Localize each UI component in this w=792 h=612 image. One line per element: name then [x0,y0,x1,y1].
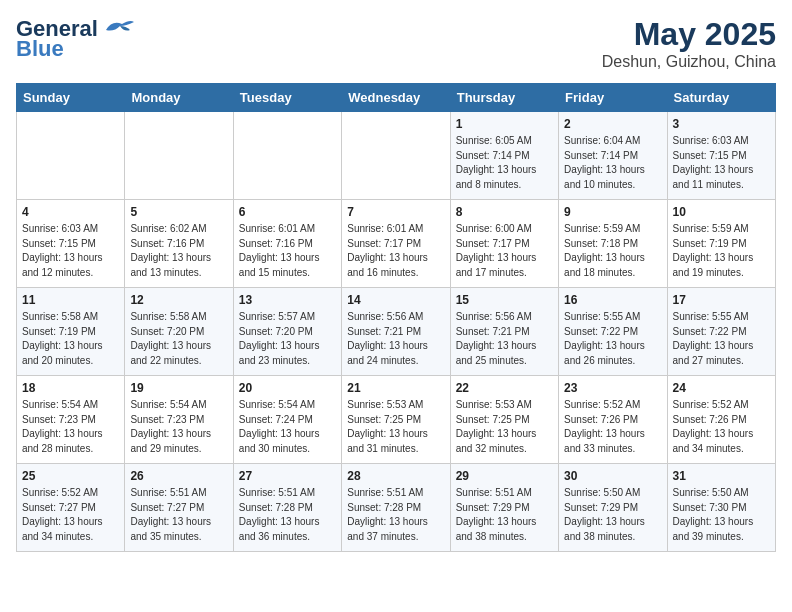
day-number: 15 [456,293,553,307]
day-number: 3 [673,117,770,131]
calendar-week-row: 18Sunrise: 5:54 AMSunset: 7:23 PMDayligh… [17,376,776,464]
calendar-cell: 8Sunrise: 6:00 AMSunset: 7:17 PMDaylight… [450,200,558,288]
calendar-cell: 20Sunrise: 5:54 AMSunset: 7:24 PMDayligh… [233,376,341,464]
day-number: 16 [564,293,661,307]
day-info: Sunrise: 6:02 AMSunset: 7:16 PMDaylight:… [130,222,227,280]
calendar-cell: 30Sunrise: 5:50 AMSunset: 7:29 PMDayligh… [559,464,667,552]
day-number: 8 [456,205,553,219]
calendar-cell: 11Sunrise: 5:58 AMSunset: 7:19 PMDayligh… [17,288,125,376]
day-number: 21 [347,381,444,395]
day-number: 25 [22,469,119,483]
calendar-cell [125,112,233,200]
day-info: Sunrise: 5:51 AMSunset: 7:27 PMDaylight:… [130,486,227,544]
day-number: 7 [347,205,444,219]
day-info: Sunrise: 6:01 AMSunset: 7:16 PMDaylight:… [239,222,336,280]
calendar-cell: 6Sunrise: 6:01 AMSunset: 7:16 PMDaylight… [233,200,341,288]
day-number: 1 [456,117,553,131]
day-info: Sunrise: 6:01 AMSunset: 7:17 PMDaylight:… [347,222,444,280]
day-number: 18 [22,381,119,395]
page-header: General Blue May 2025 Deshun, Guizhou, C… [16,16,776,71]
calendar-cell: 9Sunrise: 5:59 AMSunset: 7:18 PMDaylight… [559,200,667,288]
calendar-cell: 5Sunrise: 6:02 AMSunset: 7:16 PMDaylight… [125,200,233,288]
day-info: Sunrise: 5:50 AMSunset: 7:30 PMDaylight:… [673,486,770,544]
logo-bird-icon [102,18,134,40]
calendar-cell: 3Sunrise: 6:03 AMSunset: 7:15 PMDaylight… [667,112,775,200]
calendar-cell: 25Sunrise: 5:52 AMSunset: 7:27 PMDayligh… [17,464,125,552]
day-info: Sunrise: 5:51 AMSunset: 7:28 PMDaylight:… [347,486,444,544]
day-number: 28 [347,469,444,483]
day-header-friday: Friday [559,84,667,112]
day-number: 27 [239,469,336,483]
calendar-cell: 23Sunrise: 5:52 AMSunset: 7:26 PMDayligh… [559,376,667,464]
day-header-saturday: Saturday [667,84,775,112]
day-info: Sunrise: 5:54 AMSunset: 7:23 PMDaylight:… [22,398,119,456]
day-info: Sunrise: 5:52 AMSunset: 7:26 PMDaylight:… [673,398,770,456]
day-info: Sunrise: 5:59 AMSunset: 7:18 PMDaylight:… [564,222,661,280]
day-number: 19 [130,381,227,395]
day-info: Sunrise: 5:56 AMSunset: 7:21 PMDaylight:… [347,310,444,368]
day-number: 2 [564,117,661,131]
day-number: 11 [22,293,119,307]
day-info: Sunrise: 6:00 AMSunset: 7:17 PMDaylight:… [456,222,553,280]
day-header-thursday: Thursday [450,84,558,112]
calendar-cell: 26Sunrise: 5:51 AMSunset: 7:27 PMDayligh… [125,464,233,552]
calendar-cell: 22Sunrise: 5:53 AMSunset: 7:25 PMDayligh… [450,376,558,464]
day-info: Sunrise: 6:03 AMSunset: 7:15 PMDaylight:… [22,222,119,280]
day-number: 17 [673,293,770,307]
day-info: Sunrise: 5:58 AMSunset: 7:20 PMDaylight:… [130,310,227,368]
day-header-wednesday: Wednesday [342,84,450,112]
day-info: Sunrise: 5:52 AMSunset: 7:27 PMDaylight:… [22,486,119,544]
day-number: 10 [673,205,770,219]
day-info: Sunrise: 5:57 AMSunset: 7:20 PMDaylight:… [239,310,336,368]
calendar-cell [342,112,450,200]
calendar-cell: 12Sunrise: 5:58 AMSunset: 7:20 PMDayligh… [125,288,233,376]
day-number: 14 [347,293,444,307]
day-info: Sunrise: 5:51 AMSunset: 7:28 PMDaylight:… [239,486,336,544]
day-number: 22 [456,381,553,395]
day-header-tuesday: Tuesday [233,84,341,112]
calendar-cell: 15Sunrise: 5:56 AMSunset: 7:21 PMDayligh… [450,288,558,376]
day-number: 26 [130,469,227,483]
calendar-cell: 27Sunrise: 5:51 AMSunset: 7:28 PMDayligh… [233,464,341,552]
day-info: Sunrise: 5:58 AMSunset: 7:19 PMDaylight:… [22,310,119,368]
day-info: Sunrise: 6:04 AMSunset: 7:14 PMDaylight:… [564,134,661,192]
calendar-cell: 4Sunrise: 6:03 AMSunset: 7:15 PMDaylight… [17,200,125,288]
day-number: 6 [239,205,336,219]
calendar-cell [233,112,341,200]
calendar-week-row: 25Sunrise: 5:52 AMSunset: 7:27 PMDayligh… [17,464,776,552]
calendar-cell: 14Sunrise: 5:56 AMSunset: 7:21 PMDayligh… [342,288,450,376]
day-number: 31 [673,469,770,483]
day-info: Sunrise: 5:52 AMSunset: 7:26 PMDaylight:… [564,398,661,456]
calendar-header-row: SundayMondayTuesdayWednesdayThursdayFrid… [17,84,776,112]
calendar-week-row: 11Sunrise: 5:58 AMSunset: 7:19 PMDayligh… [17,288,776,376]
day-info: Sunrise: 5:53 AMSunset: 7:25 PMDaylight:… [347,398,444,456]
calendar-title-block: May 2025 Deshun, Guizhou, China [602,16,776,71]
day-info: Sunrise: 5:55 AMSunset: 7:22 PMDaylight:… [564,310,661,368]
day-number: 30 [564,469,661,483]
calendar-week-row: 1Sunrise: 6:05 AMSunset: 7:14 PMDaylight… [17,112,776,200]
calendar-cell: 28Sunrise: 5:51 AMSunset: 7:28 PMDayligh… [342,464,450,552]
calendar-body: 1Sunrise: 6:05 AMSunset: 7:14 PMDaylight… [17,112,776,552]
calendar-cell: 2Sunrise: 6:04 AMSunset: 7:14 PMDaylight… [559,112,667,200]
calendar-cell: 19Sunrise: 5:54 AMSunset: 7:23 PMDayligh… [125,376,233,464]
day-info: Sunrise: 6:03 AMSunset: 7:15 PMDaylight:… [673,134,770,192]
calendar-cell: 24Sunrise: 5:52 AMSunset: 7:26 PMDayligh… [667,376,775,464]
day-number: 4 [22,205,119,219]
calendar-week-row: 4Sunrise: 6:03 AMSunset: 7:15 PMDaylight… [17,200,776,288]
calendar-subtitle: Deshun, Guizhou, China [602,53,776,71]
calendar-cell: 7Sunrise: 6:01 AMSunset: 7:17 PMDaylight… [342,200,450,288]
day-number: 12 [130,293,227,307]
day-info: Sunrise: 5:55 AMSunset: 7:22 PMDaylight:… [673,310,770,368]
logo-blue-text: Blue [16,36,64,62]
day-number: 5 [130,205,227,219]
day-info: Sunrise: 5:54 AMSunset: 7:24 PMDaylight:… [239,398,336,456]
day-number: 23 [564,381,661,395]
calendar-cell: 18Sunrise: 5:54 AMSunset: 7:23 PMDayligh… [17,376,125,464]
day-header-monday: Monday [125,84,233,112]
day-info: Sunrise: 5:51 AMSunset: 7:29 PMDaylight:… [456,486,553,544]
day-number: 29 [456,469,553,483]
day-number: 20 [239,381,336,395]
calendar-cell: 31Sunrise: 5:50 AMSunset: 7:30 PMDayligh… [667,464,775,552]
day-header-sunday: Sunday [17,84,125,112]
calendar-cell: 10Sunrise: 5:59 AMSunset: 7:19 PMDayligh… [667,200,775,288]
